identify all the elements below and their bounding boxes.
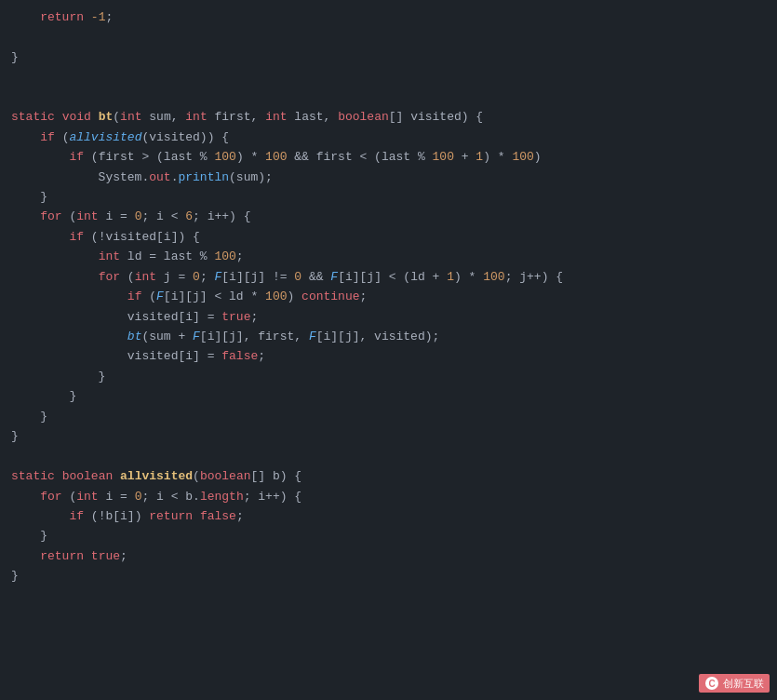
code-line-19: } bbox=[0, 367, 777, 386]
code-line-22: } bbox=[0, 426, 777, 446]
code-line-25: for (int i = 0; i < b.length; i++) { bbox=[0, 487, 777, 506]
code-line-26: if (!b[i]) return false; bbox=[0, 506, 777, 526]
code-line-7: if (allvisited(visited)) { bbox=[0, 128, 777, 147]
code-line-9: System.out.println(sum); bbox=[0, 168, 777, 187]
code-line-15: if (F[i][j] < ld * 100) continue; bbox=[0, 287, 777, 306]
code-line-12: if (!visited[i]) { bbox=[0, 227, 777, 247]
code-line-20: } bbox=[0, 386, 777, 406]
code-line-10: } bbox=[0, 187, 777, 207]
code-line-2 bbox=[0, 27, 777, 47]
code-line-8: if (first > (last % 100) * 100 && first … bbox=[0, 147, 777, 167]
code-line-14: for (int j = 0; F[i][j] != 0 && F[i][j] … bbox=[0, 267, 777, 287]
watermark: C 创新互联 bbox=[699, 674, 770, 693]
code-container: return -1; } static void bt(int sum, int… bbox=[0, 0, 777, 700]
code-line-11: for (int i = 0; i < 6; i++) { bbox=[0, 207, 777, 226]
code-line-23 bbox=[0, 447, 777, 466]
code-line-3: } bbox=[0, 47, 777, 67]
code-line-29: } bbox=[0, 566, 777, 586]
code-line-28: return true; bbox=[0, 546, 777, 566]
code-line-17: bt(sum + F[i][j], first, F[i][j], visite… bbox=[0, 327, 777, 346]
code-line-21: } bbox=[0, 407, 777, 426]
code-line-4 bbox=[0, 67, 777, 87]
code-line-5 bbox=[0, 88, 777, 107]
code-line-24: static boolean allvisited(boolean[] b) { bbox=[0, 466, 777, 486]
watermark-text: 创新互联 bbox=[723, 677, 764, 691]
code-line-1: return -1; bbox=[0, 7, 777, 27]
svg-text:C: C bbox=[708, 679, 715, 689]
code-line-13: int ld = last % 100; bbox=[0, 247, 777, 266]
watermark-logo-icon: C bbox=[704, 676, 719, 691]
code-line-6: static void bt(int sum, int first, int l… bbox=[0, 107, 777, 127]
code-line-27: } bbox=[0, 526, 777, 545]
code-block: return -1; } static void bt(int sum, int… bbox=[0, 0, 777, 594]
code-line-18: visited[i] = false; bbox=[0, 346, 777, 366]
code-line-16: visited[i] = true; bbox=[0, 307, 777, 327]
